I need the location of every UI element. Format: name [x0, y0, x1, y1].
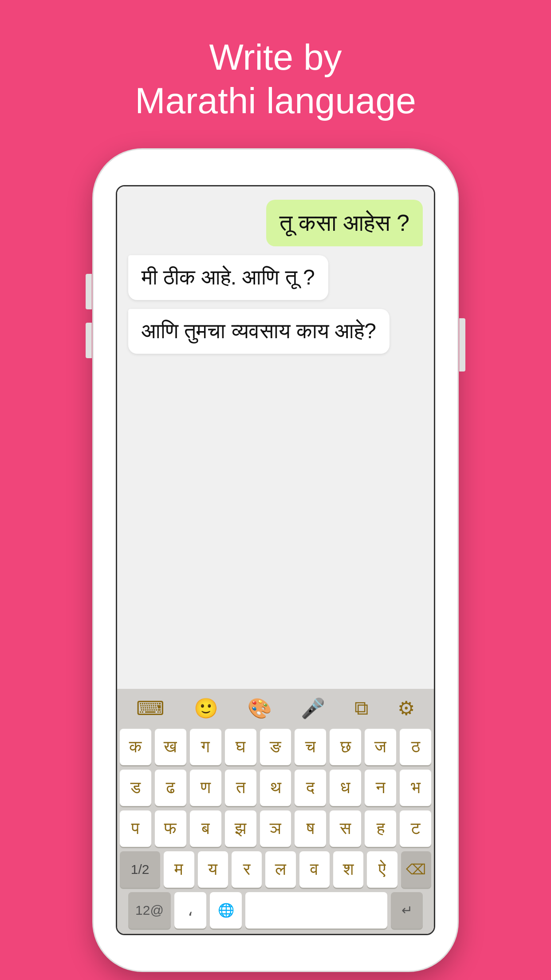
keyboard-toolbar: ⌨ 🙂 🎨 🎤 ⧉ ⚙ — [117, 689, 434, 725]
key-sha[interactable]: ष — [295, 810, 326, 847]
key-ma[interactable]: म — [164, 851, 194, 888]
key-dha[interactable]: ढ — [155, 770, 186, 806]
key-kha[interactable]: ख — [155, 729, 186, 765]
key-ta2[interactable]: ट — [400, 810, 431, 847]
phone-screen: तू कसा आहेस ? मी ठीक आहे. आणि तू ? आणि त… — [116, 185, 435, 935]
key-sa[interactable]: स — [330, 810, 361, 847]
key-row-5: 12@ ، 🌐 ↵ — [120, 892, 431, 929]
copy-icon[interactable]: ⧉ — [354, 697, 368, 719]
key-nya[interactable]: ञ — [260, 810, 291, 847]
key-sha2[interactable]: श — [333, 851, 363, 888]
phone-mockup: तू कसा आहेस ? मी ठीक आहे. आणि तू ? आणि त… — [94, 150, 457, 971]
palette-icon[interactable]: 🎨 — [248, 697, 272, 720]
key-nga[interactable]: ङ — [260, 729, 291, 765]
key-na[interactable]: ण — [190, 770, 221, 806]
settings-icon[interactable]: ⚙ — [398, 697, 415, 719]
key-pha[interactable]: फ — [155, 810, 186, 847]
phone-shell: तू कसा आहेस ? मी ठीक आहे. आणि तू ? आणि त… — [94, 150, 457, 971]
key-da2[interactable]: द — [295, 770, 326, 806]
header-line2: Marathi language — [135, 80, 416, 121]
key-ra[interactable]: र — [232, 851, 262, 888]
keyboard: क ख ग घ ङ च छ ज ठ ड ढ ण त थ द — [117, 725, 434, 934]
chat-area: तू कसा आहेस ? मी ठीक आहे. आणि तू ? आणि त… — [117, 186, 434, 689]
key-ta[interactable]: त — [225, 770, 256, 806]
key-ya[interactable]: य — [198, 851, 228, 888]
key-cha[interactable]: च — [295, 729, 326, 765]
key-row-3: प फ ब झ ञ ष स ह ट — [120, 810, 431, 847]
key-return[interactable]: ↵ — [391, 892, 423, 929]
key-tha2[interactable]: थ — [260, 770, 291, 806]
keyboard-icon[interactable]: ⌨ — [136, 697, 165, 719]
key-ja[interactable]: ज — [365, 729, 396, 765]
key-ka[interactable]: क — [120, 729, 151, 765]
key-bha[interactable]: भ — [400, 770, 431, 806]
volume-down-button — [86, 323, 92, 358]
key-row-1: क ख ग घ ङ च छ ज ठ — [120, 729, 431, 765]
header-section: Write by Marathi language — [135, 36, 416, 123]
key-row-2: ड ढ ण त थ द ध न भ — [120, 770, 431, 806]
key-numswitch[interactable]: 1/2 — [120, 851, 160, 888]
volume-up-button — [86, 274, 92, 309]
key-pa[interactable]: प — [120, 810, 151, 847]
key-gha[interactable]: घ — [225, 729, 256, 765]
chat-bubble-2: मी ठीक आहे. आणि तू ? — [128, 255, 328, 300]
key-space[interactable] — [245, 892, 387, 929]
key-da[interactable]: ड — [120, 770, 151, 806]
key-va[interactable]: व — [299, 851, 330, 888]
key-ha[interactable]: ह — [365, 810, 396, 847]
chat-bubble-1: तू कसा आहेस ? — [266, 200, 423, 246]
key-numpad[interactable]: 12@ — [128, 892, 171, 929]
key-row-4: 1/2 म य र ल व श ऐ ⌫ — [120, 851, 431, 888]
key-comma[interactable]: ، — [174, 892, 206, 929]
key-ba[interactable]: ब — [190, 810, 221, 847]
header-line1: Write by — [209, 37, 342, 77]
key-delete[interactable]: ⌫ — [401, 851, 431, 888]
key-dha2[interactable]: ध — [330, 770, 361, 806]
emoji-icon[interactable]: 🙂 — [194, 697, 218, 720]
key-la[interactable]: ल — [265, 851, 295, 888]
mic-icon[interactable]: 🎤 — [301, 697, 325, 720]
key-tha[interactable]: ठ — [400, 729, 431, 765]
chat-bubble-3: आणि तुमचा व्यवसाय काय आहे? — [128, 309, 390, 354]
key-ga[interactable]: ग — [190, 729, 221, 765]
key-na2[interactable]: न — [365, 770, 396, 806]
key-chha[interactable]: छ — [330, 729, 361, 765]
key-jha[interactable]: झ — [225, 810, 256, 847]
key-globe[interactable]: 🌐 — [210, 892, 242, 929]
power-button — [459, 318, 465, 371]
key-ai[interactable]: ऐ — [367, 851, 397, 888]
